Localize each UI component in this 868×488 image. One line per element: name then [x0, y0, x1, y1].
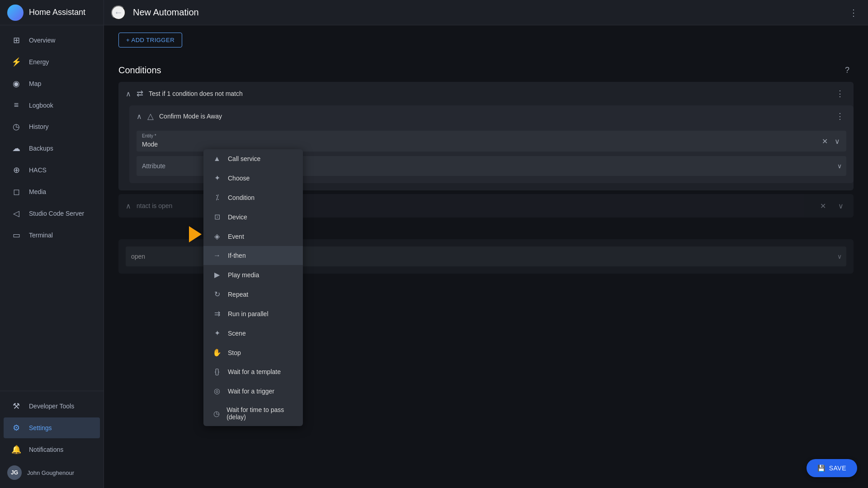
entity-field-label: Entity *: [142, 133, 156, 138]
overview-icon: ⊞: [11, 35, 22, 45]
sidebar-item-label: Map: [29, 80, 41, 87]
attribute-select[interactable]: Attribute ∨: [137, 156, 846, 176]
nested-header[interactable]: ∧ △ Confirm Mode is Away ⋮: [129, 105, 854, 127]
card3-arrow-icon: ∨: [837, 253, 842, 260]
sidebar-item-label: Terminal: [29, 232, 53, 239]
nested-collapse-icon[interactable]: ∧: [137, 112, 142, 121]
sidebar-item-history[interactable]: ◷ History: [4, 116, 100, 137]
content-area: + ADD TRIGGER Conditions ? ∧ ⇄ Test if 1…: [104, 25, 868, 488]
logbook-icon: ≡: [11, 100, 22, 110]
sidebar-item-energy[interactable]: ⚡ Energy: [4, 52, 100, 72]
save-label: SAVE: [829, 464, 846, 472]
nested-label: Confirm Mode is Away: [159, 113, 828, 120]
sidebar-item-terminal[interactable]: ▭ Terminal: [4, 225, 100, 246]
condition-card-3-select[interactable]: open ∨: [126, 246, 846, 266]
app-title: Home Assistant: [29, 8, 85, 17]
sidebar-item-hacs[interactable]: ⊕ HACS: [4, 160, 100, 180]
sidebar-item-label: Media: [29, 188, 46, 195]
settings-icon: ⚙: [11, 423, 22, 433]
card2-label: ntact is open: [137, 202, 812, 209]
developer-tools-icon: ⚒: [11, 401, 22, 411]
main: ← New Automation ⋮ + ADD TRIGGER Conditi…: [104, 0, 868, 488]
entity-field-wrapper: Entity * ✕ ∨: [137, 131, 846, 152]
sidebar-item-label: Developer Tools: [29, 403, 74, 410]
terminal-icon: ▭: [11, 230, 22, 240]
condition-type-icon: ⇄: [137, 89, 143, 99]
save-icon: 💾: [817, 464, 826, 472]
entity-field-actions: ✕ ∨: [819, 136, 843, 147]
energy-icon: ⚡: [11, 57, 22, 67]
sidebar-item-label: Settings: [29, 424, 52, 431]
notifications-icon: 🔔: [11, 445, 22, 455]
clear-entity-button[interactable]: ✕: [819, 136, 830, 147]
attribute-arrow-icon: ∨: [837, 162, 842, 170]
condition-card-1-header[interactable]: ∧ ⇄ Test if 1 condition does not match ⋮: [118, 82, 854, 105]
condition-nested: ∧ △ Confirm Mode is Away ⋮ Entity * ✕ ∨: [118, 105, 854, 190]
sidebar-item-label: Backups: [29, 145, 53, 152]
topbar: ← New Automation ⋮: [104, 0, 868, 25]
backups-icon: ☁: [11, 143, 22, 153]
sidebar-item-map[interactable]: ◉ Map: [4, 73, 100, 94]
attribute-label: Attribute: [142, 162, 165, 170]
conditions-title: Conditions: [118, 65, 841, 76]
media-icon: ◻: [11, 187, 22, 197]
sidebar-item-overview[interactable]: ⊞ Overview: [4, 30, 100, 51]
sidebar-header: Home Assistant: [0, 0, 104, 25]
hacs-icon: ⊕: [11, 165, 22, 175]
sidebar-item-media[interactable]: ◻ Media: [4, 181, 100, 202]
attribute-field-wrapper: Attribute ∨: [137, 156, 846, 176]
app-logo: [7, 5, 24, 21]
sidebar-item-developer-tools[interactable]: ⚒ Developer Tools: [4, 396, 100, 417]
sidebar-item-label: Studio Code Server: [29, 210, 84, 217]
nested-type-icon: △: [147, 111, 154, 121]
spacer: [118, 221, 854, 239]
condition-card-1: ∧ ⇄ Test if 1 condition does not match ⋮…: [118, 82, 854, 190]
sidebar-item-notifications[interactable]: 🔔 Notifications: [4, 439, 100, 460]
card3-value: open: [131, 253, 145, 260]
back-button[interactable]: ←: [111, 5, 126, 20]
condition-card-3: open ∨: [118, 239, 854, 274]
nested-more-icon[interactable]: ⋮: [834, 110, 846, 123]
map-icon: ◉: [11, 79, 22, 89]
card2-expand-icon[interactable]: ∨: [835, 200, 846, 211]
card2-collapse-icon[interactable]: ∧: [126, 202, 131, 210]
add-trigger-button[interactable]: + ADD TRIGGER: [118, 33, 182, 47]
sidebar-item-label: Logbook: [29, 102, 53, 109]
sidebar-nav: ⊞ Overview ⚡ Energy ◉ Map ≡ Logbook ◷ Hi…: [0, 25, 104, 391]
studio-code-icon: ◁: [11, 208, 22, 218]
condition-card-2-header: ∧ ntact is open ✕ ∨: [118, 194, 854, 218]
nested-field-group: Entity * ✕ ∨ Attribute ∨: [129, 127, 854, 183]
page-title: New Automation: [133, 7, 199, 18]
nested-card: ∧ △ Confirm Mode is Away ⋮ Entity * ✕ ∨: [129, 105, 854, 183]
avatar: JG: [7, 465, 22, 480]
sidebar-bottom: ⚒ Developer Tools ⚙ Settings 🔔 Notificat…: [0, 391, 104, 488]
sidebar-item-settings[interactable]: ⚙ Settings: [4, 417, 100, 438]
sidebar-item-label: History: [29, 123, 49, 130]
sidebar-item-label: Energy: [29, 58, 49, 66]
save-button[interactable]: 💾 SAVE: [807, 459, 857, 477]
condition-label: Test if 1 condition does not match: [149, 90, 828, 97]
sidebar-item-logbook[interactable]: ≡ Logbook: [4, 95, 100, 115]
sidebar-item-label: HACS: [29, 166, 47, 174]
add-trigger-label: + ADD TRIGGER: [126, 37, 175, 43]
card2-clear-icon[interactable]: ✕: [817, 200, 828, 211]
sidebar-item-backups[interactable]: ☁ Backups: [4, 138, 100, 159]
collapse-icon[interactable]: ∧: [126, 90, 131, 98]
condition-card-2: ∧ ntact is open ✕ ∨: [118, 194, 854, 218]
topbar-more-icon[interactable]: ⋮: [846, 5, 861, 20]
history-icon: ◷: [11, 122, 22, 132]
user-name: John Goughenour: [27, 469, 74, 476]
sidebar-item-label: Overview: [29, 37, 55, 44]
condition-more-icon[interactable]: ⋮: [834, 87, 846, 100]
sidebar: Home Assistant ⊞ Overview ⚡ Energy ◉ Map…: [0, 0, 104, 488]
sidebar-item-studio-code[interactable]: ◁ Studio Code Server: [4, 203, 100, 224]
sidebar-item-label: Notifications: [29, 446, 63, 453]
conditions-help-icon[interactable]: ?: [841, 64, 854, 76]
entity-field-input[interactable]: [137, 131, 846, 152]
expand-entity-button[interactable]: ∨: [832, 136, 843, 147]
sidebar-user[interactable]: JG John Goughenour: [0, 461, 104, 484]
topbar-actions: ⋮: [846, 5, 861, 20]
conditions-section-header: Conditions ?: [118, 64, 854, 76]
